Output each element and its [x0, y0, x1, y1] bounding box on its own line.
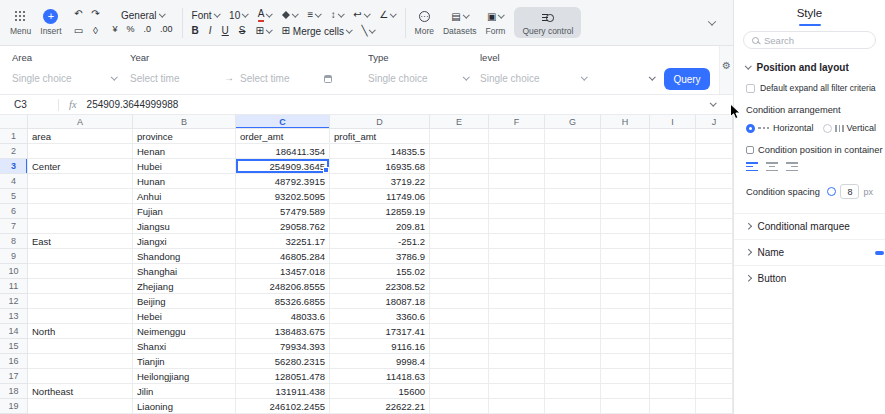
cell-D6[interactable]: 12859.19	[330, 204, 430, 219]
cell-I15[interactable]	[650, 339, 696, 354]
cell-B7[interactable]: Jiangsu	[133, 219, 236, 234]
cell-C12[interactable]: 85326.6855	[236, 294, 330, 309]
cell-I17[interactable]	[650, 369, 696, 384]
cell-B5[interactable]: Anhui	[133, 189, 236, 204]
cell-E10[interactable]	[430, 264, 489, 279]
cell-H12[interactable]	[601, 294, 650, 309]
row-header-3[interactable]: 3	[0, 159, 28, 174]
merge-cells-dropdown[interactable]: ⊞Merge cells	[281, 26, 351, 37]
cell-A16[interactable]	[28, 354, 133, 369]
cell-I2[interactable]	[650, 144, 696, 159]
cell-B11[interactable]: Zhejiang	[133, 279, 236, 294]
cell-A4[interactable]	[28, 174, 133, 189]
text-rotate-dropdown[interactable]: ∠	[379, 10, 395, 20]
cell-G18[interactable]	[545, 384, 601, 399]
cell-H6[interactable]	[601, 204, 650, 219]
cell-I19[interactable]	[650, 399, 696, 414]
cell-J19[interactable]	[696, 399, 733, 414]
cell-G15[interactable]	[545, 339, 601, 354]
column-header-B[interactable]: B	[133, 115, 236, 129]
cell-G5[interactable]	[545, 189, 601, 204]
cell-D3[interactable]: 16935.68	[330, 159, 430, 174]
cell-J6[interactable]	[696, 204, 733, 219]
cell-A17[interactable]	[28, 369, 133, 384]
checkbox-icon[interactable]	[746, 84, 755, 93]
formula-value[interactable]: 254909.3644999988	[87, 99, 179, 110]
cell-C2[interactable]: 186411.354	[236, 144, 330, 159]
cell-B14[interactable]: Neimenggu	[133, 324, 236, 339]
cell-I3[interactable]	[650, 159, 696, 174]
spacing-input[interactable]: 8	[840, 184, 859, 199]
cell-A19[interactable]	[28, 399, 133, 414]
cell-D16[interactable]: 9998.4	[330, 354, 430, 369]
row-header-15[interactable]: 15	[0, 339, 28, 354]
number-format-dropdown[interactable]: General	[121, 10, 164, 21]
cell-F6[interactable]	[489, 204, 545, 219]
column-header-G[interactable]: G	[545, 115, 601, 129]
cell-H9[interactable]	[601, 249, 650, 264]
spacing-toggle-icon[interactable]	[827, 187, 836, 196]
cell-B2[interactable]: Henan	[133, 144, 236, 159]
cell-H15[interactable]	[601, 339, 650, 354]
cell-H4[interactable]	[601, 174, 650, 189]
cell-E4[interactable]	[430, 174, 489, 189]
fill-color-button[interactable]	[282, 11, 298, 19]
cell-C19[interactable]: 246102.2455	[236, 399, 330, 414]
type-select[interactable]: Single choice	[368, 69, 468, 88]
cell-F1[interactable]	[489, 129, 545, 144]
row-header-17[interactable]: 17	[0, 369, 28, 384]
horizontal-radio[interactable]: Horizontal	[746, 123, 814, 133]
cell-A3[interactable]: Center	[28, 159, 133, 174]
grid-corner[interactable]	[0, 115, 28, 129]
cell-G14[interactable]	[545, 324, 601, 339]
cell-D4[interactable]: 3719.22	[330, 174, 430, 189]
increase-decimal-button[interactable]: .00	[160, 25, 173, 34]
cell-A7[interactable]	[28, 219, 133, 234]
cell-J5[interactable]	[696, 189, 733, 204]
cell-H1[interactable]	[601, 129, 650, 144]
cell-E8[interactable]	[430, 234, 489, 249]
cell-E5[interactable]	[430, 189, 489, 204]
row-header-13[interactable]: 13	[0, 309, 28, 324]
cell-G1[interactable]	[545, 129, 601, 144]
text-wrap-dropdown[interactable]: ↩	[353, 10, 369, 20]
column-header-I[interactable]: I	[650, 115, 696, 129]
cell-A14[interactable]: North	[28, 324, 133, 339]
cell-C16[interactable]: 56280.2315	[236, 354, 330, 369]
cell-E16[interactable]	[430, 354, 489, 369]
cell-B3[interactable]: Hubei	[133, 159, 236, 174]
cell-I18[interactable]	[650, 384, 696, 399]
cell-J10[interactable]	[696, 264, 733, 279]
vertical-align-dropdown[interactable]: ↕	[331, 10, 344, 20]
cell-B17[interactable]: Heilongjiang	[133, 369, 236, 384]
cell-B1[interactable]: province	[133, 129, 236, 144]
font-size-dropdown[interactable]: 10	[229, 10, 248, 21]
level-select[interactable]: Single choice	[480, 69, 586, 88]
gear-icon[interactable]: ⚙	[722, 61, 731, 94]
cell-B13[interactable]: Hebei	[133, 309, 236, 324]
redo-button[interactable]: ↷	[91, 9, 99, 19]
cell-I10[interactable]	[650, 264, 696, 279]
cell-E2[interactable]	[430, 144, 489, 159]
cell-reference[interactable]: C3	[0, 99, 58, 110]
cell-H3[interactable]	[601, 159, 650, 174]
cell-J9[interactable]	[696, 249, 733, 264]
cell-H8[interactable]	[601, 234, 650, 249]
row-header-7[interactable]: 7	[0, 219, 28, 234]
row-header-11[interactable]: 11	[0, 279, 28, 294]
cell-F19[interactable]	[489, 399, 545, 414]
query-button[interactable]: Query	[664, 68, 710, 90]
cell-E6[interactable]	[430, 204, 489, 219]
cell-D15[interactable]: 9116.16	[330, 339, 430, 354]
cell-J3[interactable]	[696, 159, 733, 174]
cell-C4[interactable]: 48792.3915	[236, 174, 330, 189]
cell-F11[interactable]	[489, 279, 545, 294]
percent-format-button[interactable]: %	[127, 25, 135, 34]
cell-F3[interactable]	[489, 159, 545, 174]
decrease-decimal-button[interactable]: .0	[144, 25, 152, 34]
section-position-and-layout[interactable]: Position and layout	[746, 62, 873, 73]
cell-F12[interactable]	[489, 294, 545, 309]
currency-format-button[interactable]: ¥	[113, 25, 118, 34]
cell-J4[interactable]	[696, 174, 733, 189]
column-header-E[interactable]: E	[430, 115, 489, 129]
